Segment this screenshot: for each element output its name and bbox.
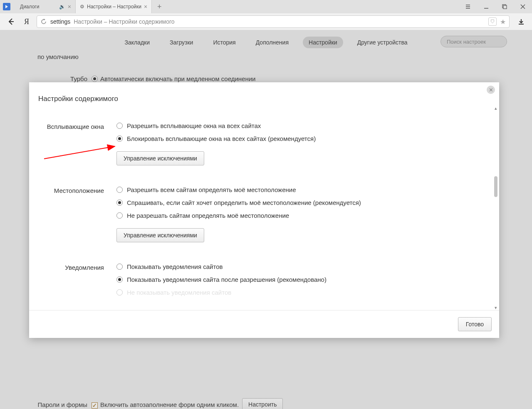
popups-manage-button[interactable]: Управление исключениями [116, 151, 204, 165]
scroll-thumb[interactable] [494, 176, 497, 197]
option-text: Показывать уведомления сайта после разре… [127, 276, 327, 283]
notifications-ask-row[interactable]: Показывать уведомления сайта после разре… [116, 276, 499, 283]
omnibox-domain: settings [50, 18, 70, 25]
section-notifications: Уведомления Показывать уведомления сайто… [29, 263, 499, 302]
notifications-show-row[interactable]: Показывать уведомления сайтов [116, 263, 499, 270]
radio-icon [116, 289, 123, 296]
done-button[interactable]: Готово [458, 317, 492, 331]
dialog-footer: Готово [29, 310, 499, 338]
window-controls [459, 0, 532, 13]
maximize-icon[interactable] [495, 0, 514, 13]
dialog-close-icon[interactable]: ✕ [487, 86, 495, 94]
window-close-icon[interactable] [514, 0, 532, 13]
section-popups: Всплывающие окна Разрешить всплывающие о… [29, 122, 499, 165]
radio-icon [116, 123, 123, 129]
option-text: Разрешить всем сайтам определять моё мес… [127, 186, 296, 193]
notifications-deny-row[interactable]: Не показывать уведомления сайтов [116, 289, 499, 296]
option-text: Не показывать уведомления сайтов [127, 289, 231, 296]
tab-title: Настройки – Настройки [87, 4, 141, 10]
popups-label: Всплывающие окна [29, 122, 116, 165]
dialog-scrollbar[interactable]: ▴ ▾ [493, 106, 498, 310]
app-icon[interactable] [0, 0, 13, 13]
section-location: Местоположение Разрешить всем сайтам опр… [29, 186, 499, 242]
radio-icon [116, 212, 123, 219]
back-button[interactable] [5, 16, 17, 27]
location-deny-row[interactable]: Не разрешать сайтам определять моё место… [116, 212, 499, 219]
gear-icon: ⚙ [80, 4, 84, 10]
option-text: Показывать уведомления сайтов [127, 263, 223, 270]
scroll-down-icon[interactable]: ▾ [493, 305, 498, 310]
scroll-up-icon[interactable]: ▴ [493, 106, 498, 111]
minimize-icon[interactable] [477, 0, 495, 13]
tab-dialogs[interactable]: Диалоги 🔉 × [13, 0, 76, 13]
address-bar: Я settings Настройки – Настройки содержи… [0, 13, 532, 30]
content-settings-dialog: ✕ Настройки содержимого Всплывающие окна… [29, 82, 499, 338]
new-tab-button[interactable]: + [152, 0, 167, 13]
bookmark-star-icon[interactable]: ★ [500, 18, 506, 26]
location-label: Местоположение [29, 186, 116, 242]
omnibox[interactable]: settings Настройки – Настройки содержимо… [37, 15, 510, 28]
radio-icon [116, 136, 123, 142]
radio-icon [116, 187, 123, 193]
radio-icon [116, 200, 123, 206]
tab-title: Диалоги [20, 4, 57, 10]
option-text: Не разрешать сайтам определять моё место… [127, 212, 289, 219]
notifications-label: Уведомления [29, 263, 116, 302]
tab-strip: Диалоги 🔉 × ⚙ Настройки – Настройки × + [0, 0, 459, 13]
dialog-title: Настройки содержимого [29, 82, 499, 106]
close-icon[interactable]: × [68, 3, 71, 10]
radio-icon [116, 264, 123, 270]
titlebar: Диалоги 🔉 × ⚙ Настройки – Настройки × + [0, 0, 532, 13]
location-manage-button[interactable]: Управление исключениями [116, 228, 204, 242]
app-menu-icon[interactable] [459, 0, 477, 13]
yandex-icon[interactable]: Я [21, 16, 32, 27]
svg-rect-5 [503, 5, 507, 9]
option-text: Спрашивать, если сайт хочет определить м… [127, 199, 361, 206]
option-text: Разрешить всплывающие окна на всех сайта… [127, 122, 261, 129]
popups-block-row[interactable]: Блокировать всплывающие окна на всех сай… [116, 135, 499, 142]
location-ask-row[interactable]: Спрашивать, если сайт хочет определить м… [116, 199, 499, 206]
radio-icon [116, 276, 123, 283]
omnibox-path: Настройки – Настройки содержимого [74, 18, 174, 25]
tab-settings[interactable]: ⚙ Настройки – Настройки × [76, 0, 152, 13]
dialog-body: Всплывающие окна Разрешить всплывающие о… [29, 106, 499, 310]
close-icon[interactable]: × [144, 3, 147, 10]
reload-icon[interactable] [40, 18, 47, 25]
sound-icon[interactable]: 🔉 [59, 4, 65, 10]
downloads-icon[interactable] [515, 16, 527, 27]
shield-icon[interactable]: ⛉ [488, 17, 497, 26]
option-text: Блокировать всплывающие окна на всех сай… [127, 135, 316, 142]
popups-allow-row[interactable]: Разрешить всплывающие окна на всех сайта… [116, 122, 499, 129]
location-allow-row[interactable]: Разрешить всем сайтам определять моё мес… [116, 186, 499, 193]
